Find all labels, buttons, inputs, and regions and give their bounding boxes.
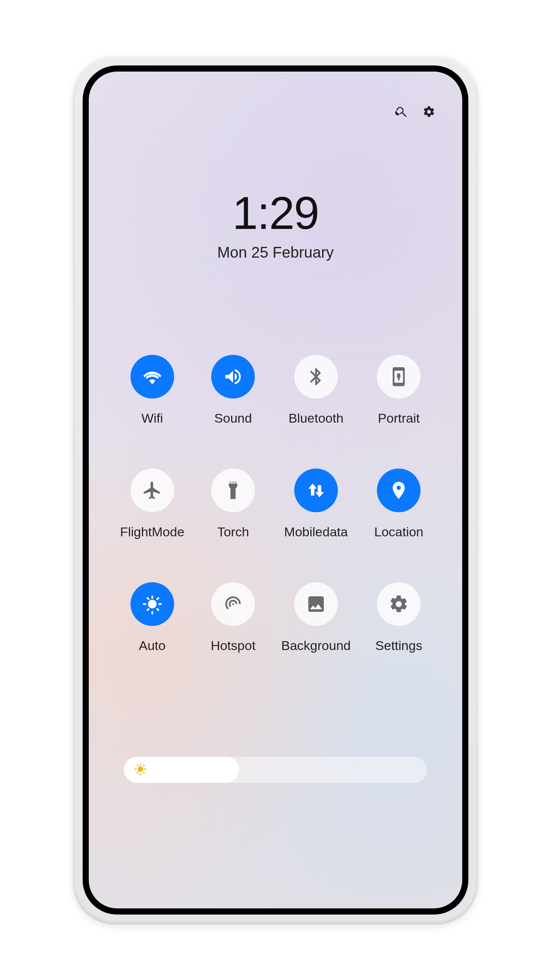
gear-icon [377, 582, 421, 626]
clock-time: 1:29 [89, 186, 462, 239]
tile-mobiledata[interactable]: Mobiledata [281, 469, 350, 539]
tile-hotspot[interactable]: Hotspot [201, 582, 266, 653]
tile-location[interactable]: Location [366, 469, 432, 539]
quick-settings-grid: Wifi Sound Bluetooth Portrait FlightMode [119, 355, 432, 653]
tile-label: Sound [214, 411, 252, 426]
tile-label: Background [281, 638, 350, 653]
wallpaper-icon [294, 582, 338, 626]
tile-label: Torch [217, 524, 249, 539]
airplane-icon [130, 469, 174, 512]
tile-bluetooth[interactable]: Bluetooth [281, 355, 350, 426]
tile-torch[interactable]: Torch [201, 469, 266, 539]
tile-label: Wifi [141, 411, 163, 426]
clock-date: Mon 25 February [89, 244, 462, 261]
wifi-icon [130, 355, 174, 399]
hotspot-icon [211, 582, 255, 626]
tile-label: Bluetooth [289, 411, 344, 426]
flashlight-icon [211, 469, 255, 512]
quick-settings-panel: 1:29 Mon 25 February Wifi Sound Bluetoot… [89, 72, 462, 908]
phone-frame: 1:29 Mon 25 February Wifi Sound Bluetoot… [73, 56, 478, 924]
brightness-sun-icon [134, 763, 147, 777]
tile-label: Portrait [378, 411, 420, 426]
tile-label: FlightMode [120, 524, 184, 539]
tile-portrait[interactable]: Portrait [366, 355, 432, 426]
volume-icon [211, 355, 255, 399]
header-actions [395, 105, 435, 120]
tile-sound[interactable]: Sound [201, 355, 266, 426]
location-pin-icon [377, 469, 421, 512]
tile-label: Mobiledata [284, 524, 348, 539]
tile-flightmode[interactable]: FlightMode [119, 469, 185, 539]
tile-wifi[interactable]: Wifi [119, 355, 185, 426]
settings-icon[interactable] [422, 105, 435, 120]
brightness-fill [124, 757, 239, 783]
tile-label: Hotspot [211, 638, 256, 653]
brightness-slider[interactable] [124, 757, 427, 783]
screen-lock-portrait-icon [377, 355, 421, 399]
tile-settings[interactable]: Settings [366, 582, 432, 653]
tile-label: Location [374, 524, 424, 539]
tile-background[interactable]: Background [281, 582, 350, 653]
tile-label: Auto [139, 638, 166, 653]
tile-label: Settings [375, 638, 422, 653]
bluetooth-icon [294, 355, 338, 399]
auto-brightness-icon [130, 582, 174, 626]
search-icon[interactable] [395, 105, 408, 120]
tile-auto-brightness[interactable]: Auto [119, 582, 185, 653]
mobile-data-icon [294, 469, 338, 512]
